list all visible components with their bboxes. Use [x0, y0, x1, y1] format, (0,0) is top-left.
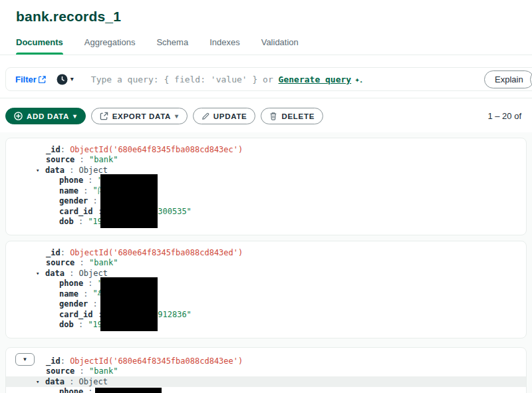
redaction-box [100, 174, 158, 228]
object-type-label: Object [79, 269, 108, 278]
pagination-status: 1 – 20 of [487, 111, 527, 121]
document-card-2[interactable]: _id: ObjectId('680e64f8345fba088cd843ed'… [5, 241, 527, 338]
string-value: "bank" [89, 258, 118, 267]
field-key: phone [59, 279, 83, 288]
field-key: _id [46, 248, 61, 257]
tab-indexes[interactable]: Indexes [209, 37, 240, 55]
field-key: source [46, 366, 74, 376]
query-input[interactable]: Type a query: { field: 'value' } or Gene… [91, 74, 362, 84]
field-key: data [45, 269, 65, 278]
tab-schema-label: Schema [156, 37, 188, 47]
document-card-1[interactable]: _id: ObjectId('680e64f8345fba088cd843ec'… [5, 138, 527, 235]
external-link-icon [39, 76, 46, 83]
field-row-source: source : "bank" [46, 155, 515, 166]
field-key: phone [59, 387, 83, 393]
collapse-caret-icon[interactable]: ▾ [36, 167, 45, 174]
field-key: _id [46, 145, 61, 154]
query-history-button[interactable]: ▾ [57, 74, 74, 85]
crud-toolbar: ADD DATA ▾ EXPORT DATA ▾ UPDATE DELETE 1… [0, 98, 532, 132]
export-icon [100, 112, 108, 120]
field-key: dob [59, 320, 74, 329]
tab-aggregations[interactable]: Aggregations [84, 37, 136, 55]
tab-documents[interactable]: Documents [16, 37, 63, 55]
add-data-caret-icon: ▾ [73, 113, 77, 120]
export-data-caret-icon: ▾ [175, 113, 179, 120]
plus-circle-icon [14, 112, 23, 120]
string-value: 912836" [158, 310, 192, 319]
field-key: data [45, 166, 65, 175]
page-title: bank.records_1 [16, 9, 532, 25]
history-clock-icon [57, 74, 68, 85]
export-data-label: EXPORT DATA [112, 112, 171, 120]
field-key: phone [59, 176, 83, 185]
tab-validation-label: Validation [261, 37, 299, 47]
generate-query-link[interactable]: Generate query [279, 74, 352, 84]
export-data-button[interactable]: EXPORT DATA ▾ [91, 108, 188, 124]
objectid-value: ObjectId('680e64f8345fba088cd843ed') [70, 248, 243, 257]
expand-document-button[interactable]: ▼ [15, 353, 35, 366]
string-value: 300535" [158, 207, 192, 216]
collapse-caret-icon[interactable]: ▾ [36, 378, 45, 385]
tab-documents-label: Documents [16, 37, 63, 47]
filter-link[interactable]: Filter [15, 74, 46, 84]
explain-button[interactable]: Explain [484, 70, 532, 88]
sparkle-icon: ✦ [354, 74, 360, 84]
object-type-label: Object [79, 166, 108, 175]
update-label: UPDATE [213, 112, 247, 120]
field-row-id: _id: ObjectId('680e64f8345fba088cd843ec'… [46, 144, 515, 155]
query-bar-section: Filter ▾ Type a query: { field: 'value' … [0, 55, 532, 98]
field-row-id: _id: ObjectId('680e64f8345fba088cd843ee'… [46, 356, 515, 366]
field-key: dob [59, 217, 74, 226]
field-row-id: _id: ObjectId('680e64f8345fba088cd843ed'… [46, 247, 515, 258]
tab-schema[interactable]: Schema [156, 37, 188, 55]
history-caret-icon: ▾ [70, 76, 74, 82]
field-key: source [46, 155, 74, 164]
field-row-data-hovered[interactable]: ▾data : Object [6, 376, 526, 387]
redaction-box [95, 388, 162, 393]
compass-documents-view: bank.records_1 Documents Aggregations Sc… [0, 0, 532, 393]
collapse-caret-icon[interactable]: ▾ [36, 270, 45, 277]
field-key: source [46, 258, 74, 267]
field-key: card_id [59, 310, 93, 319]
add-data-button[interactable]: ADD DATA ▾ [5, 108, 86, 124]
active-tab-underline [16, 53, 63, 55]
string-value: "bank" [89, 155, 118, 164]
objectid-value: ObjectId('680e64f8345fba088cd843ee') [70, 356, 243, 366]
field-key: _id [46, 356, 61, 366]
field-key: gender [59, 299, 88, 309]
update-button[interactable]: UPDATE [193, 108, 256, 124]
document-card-3[interactable]: ▼ _id: ObjectId('680e64f8345fba088cd843e… [5, 347, 527, 393]
tab-aggregations-label: Aggregations [84, 37, 136, 47]
filter-label: Filter [15, 74, 37, 84]
tab-validation[interactable]: Validation [261, 37, 299, 55]
field-row-source: source : "bank" [46, 258, 515, 269]
delete-button[interactable]: DELETE [261, 108, 323, 124]
field-key: name [59, 289, 78, 299]
trash-icon [269, 112, 277, 120]
field-row-source: source : "bank" [46, 366, 515, 377]
field-key: name [59, 186, 78, 196]
field-key: data [45, 377, 65, 386]
delete-label: DELETE [281, 112, 315, 120]
collection-tabs: Documents Aggregations Schema Indexes Va… [0, 37, 532, 55]
field-key: card_id [59, 207, 93, 216]
sparkle-mini-icon: ✦ [360, 79, 362, 84]
document-list: _id: ObjectId('680e64f8345fba088cd843ec'… [0, 132, 532, 393]
string-value: "bank" [89, 366, 118, 376]
tab-indexes-label: Indexes [209, 37, 240, 47]
expander-caret-icon: ▼ [23, 356, 28, 362]
object-type-label: Object [79, 377, 108, 386]
add-data-label: ADD DATA [27, 112, 69, 120]
collection-header: bank.records_1 [0, 0, 532, 25]
field-key: gender [59, 196, 88, 205]
objectid-value: ObjectId('680e64f8345fba088cd843ec') [70, 145, 243, 154]
pencil-icon [201, 112, 209, 120]
query-bar[interactable]: Filter ▾ Type a query: { field: 'value' … [5, 67, 532, 91]
redaction-box [100, 277, 158, 331]
query-placeholder-text: Type a query: { field: 'value' } or [91, 74, 279, 84]
